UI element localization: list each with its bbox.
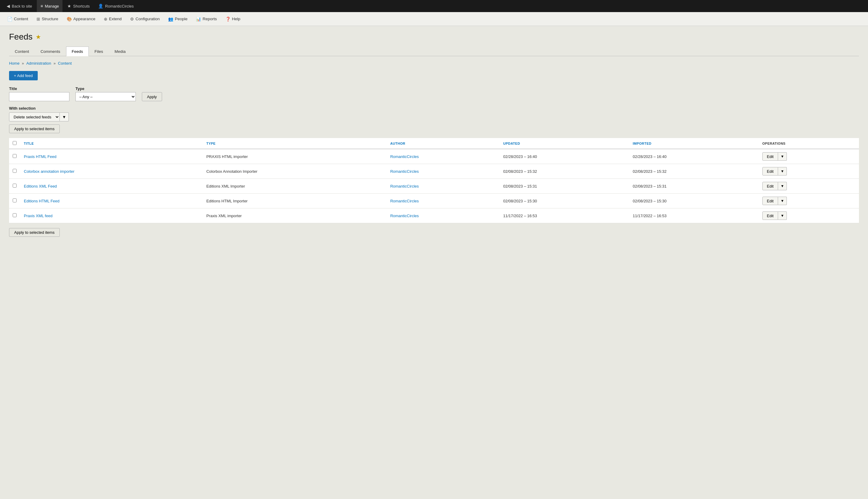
feed-title-link-4[interactable]: Praxis XML feed <box>24 214 52 218</box>
nav-item-extend[interactable]: ⊕ Extend <box>100 12 126 26</box>
row-type-3: Editions HTML Importer <box>203 194 387 208</box>
shortcuts-button[interactable]: ★ Shortcuts <box>64 0 93 12</box>
feed-author-link-4[interactable]: RomanticCircles <box>390 214 419 218</box>
row-updated-0: 02/28/2023 – 16:40 <box>500 149 629 164</box>
bulk-action-select[interactable]: Delete selected feeds <box>9 112 60 121</box>
edit-dropdown-button-4[interactable]: ▼ <box>778 211 787 220</box>
row-imported-4: 11/17/2022 – 16:53 <box>629 208 758 223</box>
feed-author-link-3[interactable]: RomanticCircles <box>390 199 419 203</box>
row-type-4: Praxis XML importer <box>203 208 387 223</box>
user-icon: 👤 <box>98 4 103 9</box>
tab-feeds[interactable]: Feeds <box>66 47 89 56</box>
feed-title-link-3[interactable]: Editions HTML Feed <box>24 199 60 203</box>
title-filter-input[interactable] <box>9 92 70 101</box>
breadcrumb-home[interactable]: Home <box>9 61 20 65</box>
feed-author-link-0[interactable]: RomanticCircles <box>390 154 419 159</box>
bookmark-icon[interactable]: ★ <box>36 33 41 40</box>
select-all-header <box>9 138 20 149</box>
table-header: TITLE TYPE AUTHOR UPDATED IMPORTED OPERA… <box>9 138 859 149</box>
title-filter-field: Title <box>9 86 70 101</box>
row-checkbox-0[interactable] <box>13 154 16 158</box>
people-icon: 👥 <box>168 16 173 22</box>
nav-item-people[interactable]: 👥 People <box>164 12 192 26</box>
appearance-icon: 🎨 <box>67 16 72 22</box>
feed-author-link-2[interactable]: RomanticCircles <box>390 184 419 188</box>
feed-title-link-2[interactable]: Editions XML Feed <box>24 184 57 188</box>
row-checkbox-cell <box>9 208 20 223</box>
nav-item-configuration[interactable]: ⚙ Configuration <box>126 12 164 26</box>
user-button[interactable]: 👤 RomanticCircles <box>95 0 137 12</box>
imported-column-header[interactable]: IMPORTED <box>629 138 758 149</box>
title-column-header[interactable]: TITLE <box>20 138 203 149</box>
manage-button[interactable]: ≡ Manage <box>37 0 62 12</box>
edit-button-2[interactable]: Edit <box>762 182 778 190</box>
row-updated-4: 11/17/2022 – 16:53 <box>500 208 629 223</box>
nav-item-content[interactable]: 📄 Content <box>3 12 32 26</box>
feed-title-link-1[interactable]: Colorbox annotation importer <box>24 169 75 174</box>
apply-filter-container: Apply <box>142 92 162 101</box>
row-title-3: Editions HTML Feed <box>20 194 203 208</box>
breadcrumb: Home » Administration » Content <box>9 61 859 65</box>
row-checkbox-1[interactable] <box>13 169 16 173</box>
tab-files[interactable]: Files <box>89 47 109 56</box>
edit-btn-group-3: Edit ▼ <box>762 197 855 205</box>
apply-to-selected-button[interactable]: Apply to selected items <box>9 124 60 133</box>
edit-button-0[interactable]: Edit <box>762 152 778 161</box>
row-operations-4: Edit ▼ <box>759 208 859 223</box>
back-to-site-button[interactable]: ◀ Back to site <box>3 0 36 12</box>
nav-item-reports[interactable]: 📊 Reports <box>192 12 221 26</box>
table-row: Colorbox annotation importer Colorbox An… <box>9 164 859 179</box>
bottom-apply-section: Apply to selected items <box>9 228 859 237</box>
row-title-2: Editions XML Feed <box>20 179 203 194</box>
configuration-icon: ⚙ <box>130 16 134 22</box>
row-author-2: RomanticCircles <box>387 179 500 194</box>
row-type-2: Editions XML Importer <box>203 179 387 194</box>
author-column-header[interactable]: AUTHOR <box>387 138 500 149</box>
row-type-1: Colorbox Annotation Importer <box>203 164 387 179</box>
with-selection-section: With selection Delete selected feeds ▼ A… <box>9 106 859 133</box>
nav-item-structure[interactable]: ⊞ Structure <box>32 12 62 26</box>
breadcrumb-content[interactable]: Content <box>58 61 72 65</box>
row-updated-1: 02/08/2023 – 15:32 <box>500 164 629 179</box>
row-checkbox-4[interactable] <box>13 213 16 217</box>
with-selection-label: With selection <box>9 106 859 111</box>
nav-item-appearance[interactable]: 🎨 Appearance <box>62 12 100 26</box>
edit-button-4[interactable]: Edit <box>762 211 778 220</box>
row-checkbox-3[interactable] <box>13 198 16 203</box>
edit-button-1[interactable]: Edit <box>762 167 778 175</box>
edit-dropdown-button-3[interactable]: ▼ <box>778 197 787 205</box>
row-checkbox-2[interactable] <box>13 184 16 187</box>
type-filter-select[interactable]: – Any – <box>75 92 136 101</box>
updated-column-header[interactable]: UPDATED <box>500 138 629 149</box>
type-filter-field: Type – Any – <box>75 86 136 101</box>
bottom-apply-to-selected-button[interactable]: Apply to selected items <box>9 228 60 237</box>
row-title-1: Colorbox annotation importer <box>20 164 203 179</box>
edit-button-3[interactable]: Edit <box>762 197 778 205</box>
row-checkbox-cell <box>9 149 20 164</box>
back-arrow-icon: ◀ <box>7 4 10 9</box>
nav-item-help[interactable]: ❓ Help <box>221 12 245 26</box>
feed-author-link-1[interactable]: RomanticCircles <box>390 169 419 174</box>
page-content: Feeds ★ Content Comments Feeds Files Med… <box>0 26 868 499</box>
type-filter-label: Type <box>75 86 136 91</box>
edit-dropdown-button-1[interactable]: ▼ <box>778 167 787 175</box>
edit-btn-group-1: Edit ▼ <box>762 167 855 175</box>
bulk-action-dropdown-button[interactable]: ▼ <box>60 112 69 121</box>
edit-dropdown-button-2[interactable]: ▼ <box>778 182 787 190</box>
row-operations-3: Edit ▼ <box>759 194 859 208</box>
select-all-checkbox[interactable] <box>13 141 16 145</box>
title-filter-label: Title <box>9 86 70 91</box>
feed-title-link-0[interactable]: Praxis HTML Feed <box>24 154 56 159</box>
filter-section: Title Type – Any – Apply <box>9 86 859 101</box>
structure-icon: ⊞ <box>37 16 40 22</box>
tab-media[interactable]: Media <box>109 47 131 56</box>
feeds-table: TITLE TYPE AUTHOR UPDATED IMPORTED OPERA… <box>9 138 859 223</box>
tab-comments[interactable]: Comments <box>35 47 66 56</box>
apply-filter-button[interactable]: Apply <box>142 92 162 101</box>
add-feed-button[interactable]: + Add feed <box>9 71 38 80</box>
type-column-header[interactable]: TYPE <box>203 138 387 149</box>
tab-content[interactable]: Content <box>9 47 35 56</box>
row-type-0: PRAXIS HTML importer <box>203 149 387 164</box>
breadcrumb-administration[interactable]: Administration <box>26 61 51 65</box>
edit-dropdown-button-0[interactable]: ▼ <box>778 152 787 161</box>
